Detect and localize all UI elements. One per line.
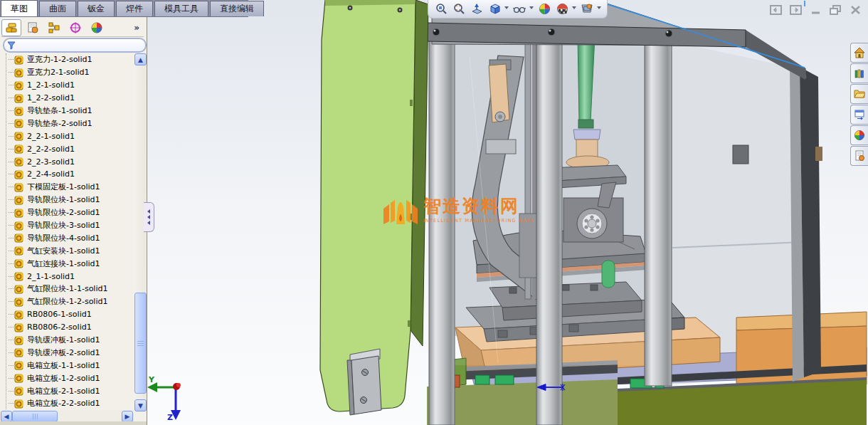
tree-item[interactable]: 电箱立板-1-1-solid1: [0, 359, 134, 372]
watermark-logo-icon: [382, 193, 419, 227]
view-orientation-dropdown[interactable]: [504, 6, 509, 11]
tree-item[interactable]: 导轨限位块-2-solid1: [0, 206, 134, 219]
tree-item[interactable]: 1_2-1-solid1: [0, 79, 134, 92]
configuration-manager-tab[interactable]: [44, 19, 64, 36]
panel-splitter-handle[interactable]: [144, 202, 154, 232]
close-button[interactable]: [849, 4, 862, 15]
solid-body-icon: [14, 233, 24, 243]
edit-appearance-icon[interactable]: [555, 2, 569, 16]
tree-item[interactable]: 亚克力-1-2-solid1: [0, 53, 134, 66]
command-tab[interactable]: 直接编辑: [210, 1, 264, 16]
tree-item-tick: [9, 110, 14, 111]
display-style-icon[interactable]: [512, 2, 526, 16]
tree-item[interactable]: 气缸连接块-1-solid1: [0, 257, 134, 270]
property-manager-tab[interactable]: [23, 19, 43, 36]
display-style-dropdown[interactable]: [529, 6, 534, 11]
tree-item[interactable]: 电箱立板-1-2-solid1: [0, 372, 134, 384]
tree-item[interactable]: 气缸限位块-1-1-solid1: [0, 283, 134, 295]
tree-item[interactable]: 导轨垫条-2-solid1: [0, 117, 134, 130]
tree-item[interactable]: 导轨缓冲板-2-solid1: [0, 346, 134, 359]
tree-item[interactable]: 下模固定板-1-solid1: [0, 181, 134, 194]
vertical-scroll-thumb[interactable]: [134, 293, 147, 394]
tree-item[interactable]: RB0806-1-solid1: [0, 308, 134, 321]
tree-item-tick: [9, 365, 14, 366]
solid-body-icon: [14, 169, 24, 179]
command-tab[interactable]: 模具工具: [154, 1, 208, 16]
zoom-fit-icon[interactable]: [434, 2, 448, 16]
apply-scene-icon[interactable]: [580, 2, 594, 16]
watermark-title: 智造资料网: [423, 197, 534, 216]
apply-scene-dropdown[interactable]: [597, 6, 601, 11]
solid-body-icon: [14, 118, 24, 128]
tree-item-label: 1_2-1-solid1: [27, 80, 75, 90]
solid-body-icon: [14, 80, 24, 90]
solid-body-icon: [14, 68, 24, 78]
tree-item[interactable]: 导轨缓冲板-1-solid1: [0, 334, 134, 347]
view-palette-tab[interactable]: [850, 105, 868, 125]
command-tab[interactable]: 钣金: [78, 1, 115, 16]
tree-item-label: 导轨限位块-4-solid1: [27, 233, 100, 243]
tree-item[interactable]: 气缸限位块-1-2-solid1: [0, 295, 134, 308]
tree-item-tick: [9, 327, 14, 327]
restore-button[interactable]: [829, 4, 842, 15]
tree-item[interactable]: 亚克力2-1-solid1: [0, 66, 134, 79]
command-tab[interactable]: 焊件: [116, 1, 153, 16]
scroll-left-arrow[interactable]: ◀: [1, 411, 12, 422]
tree-item[interactable]: 导轨垫条-1-solid1: [0, 105, 134, 117]
tree-item[interactable]: RB0806-2-solid1: [0, 321, 134, 334]
tree-item[interactable]: 2_2-4-solid1: [0, 168, 134, 181]
zoom-area-icon[interactable]: [452, 2, 466, 16]
tree-item[interactable]: 2_2-2-solid1: [0, 142, 134, 155]
dimxpert-tab[interactable]: [65, 19, 85, 36]
solid-body-icon: [14, 55, 24, 65]
tree-item[interactable]: 导轨限位块-4-solid1: [0, 231, 134, 244]
filter-box[interactable]: [3, 38, 147, 53]
hide-show-items-icon[interactable]: [537, 2, 551, 16]
filter-input[interactable]: [16, 41, 145, 50]
tree-horizontal-scrollbar[interactable]: ◀ ▶: [0, 410, 134, 421]
overflow-chevron[interactable]: »: [134, 23, 139, 33]
tree-item[interactable]: 导轨限位块-1-solid1: [0, 194, 134, 206]
solid-body-icon: [14, 93, 24, 103]
tree-item-label: RB0806-1-solid1: [27, 310, 92, 319]
tree-item-tick: [9, 212, 14, 213]
minimize-button[interactable]: [809, 4, 822, 15]
tree-item[interactable]: 电箱立板-2-1-solid1: [0, 384, 134, 397]
features-tab[interactable]: [1, 19, 21, 36]
dock-right-button[interactable]: [789, 4, 803, 15]
tree-item[interactable]: 1_2-2-solid1: [0, 92, 134, 105]
tree-item-tick: [9, 378, 14, 379]
tree-item[interactable]: 2_2-3-solid1: [0, 155, 134, 168]
tree-item-tick: [9, 162, 14, 162]
solid-body-icon: [14, 157, 24, 167]
tree-item[interactable]: 电箱立板-2-2-solid1: [0, 397, 134, 410]
command-tab[interactable]: 曲面: [39, 1, 76, 16]
tree-item-tick: [9, 352, 14, 353]
display-manager-tab[interactable]: [87, 19, 107, 36]
file-explorer-tab[interactable]: [850, 84, 868, 104]
design-library-tab[interactable]: [850, 63, 868, 83]
scroll-down-arrow[interactable]: ▼: [134, 399, 147, 411]
orientation-triad: Y Z: [144, 373, 184, 424]
tree-item[interactable]: 2_1-1-solid1: [0, 270, 134, 283]
section-view-icon[interactable]: [470, 2, 484, 16]
scroll-up-arrow[interactable]: ▲: [134, 53, 147, 65]
window-controls: [769, 4, 862, 15]
resources-tab[interactable]: [850, 43, 868, 63]
dock-left-button[interactable]: [769, 4, 783, 15]
custom-properties-tab[interactable]: [850, 146, 868, 166]
tree-item-label: 2_1-1-solid1: [27, 272, 75, 281]
post-fitting: [815, 147, 822, 161]
appearances-scenes-tab[interactable]: [850, 125, 868, 145]
command-tab[interactable]: 草图: [1, 0, 38, 16]
horizontal-scroll-thumb[interactable]: [12, 411, 58, 422]
view-orientation-icon[interactable]: [487, 2, 502, 16]
tree-item[interactable]: 导轨限位块-3-solid1: [0, 219, 134, 232]
edit-appearance-dropdown[interactable]: [572, 6, 576, 11]
door-hinge-bracket: [347, 349, 381, 415]
tree-item[interactable]: 2_2-1-solid1: [0, 130, 134, 142]
scroll-right-arrow[interactable]: ▶: [122, 411, 133, 422]
tree-vertical-scrollbar[interactable]: ▲ ▼: [134, 53, 146, 411]
tree-item[interactable]: 气缸安装块-1-solid1: [0, 244, 134, 257]
tree-item-label: 下模固定板-1-solid1: [27, 182, 100, 192]
